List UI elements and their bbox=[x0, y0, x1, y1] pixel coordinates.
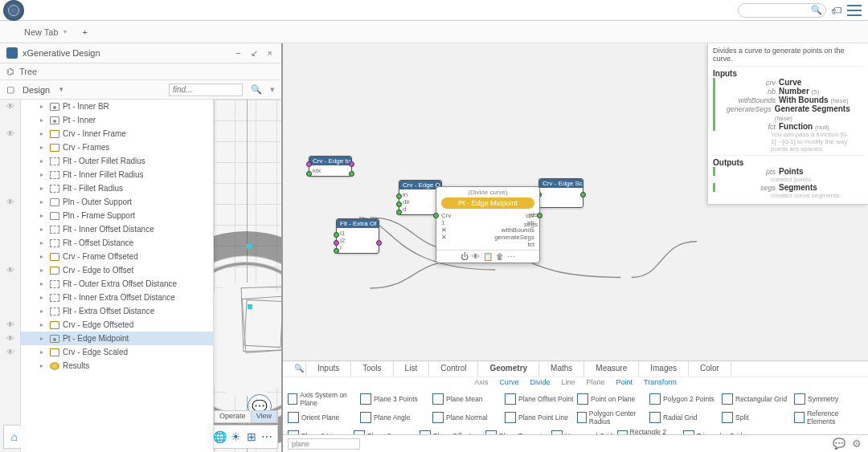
tree-item[interactable]: ▸Pt - Inner BR bbox=[21, 100, 213, 113]
tool-item[interactable]: Radial Grid bbox=[649, 409, 719, 426]
node-flt-extra-of[interactable]: Flt - Extra Of i1i2i bbox=[336, 218, 379, 254]
eye-icon[interactable]: 👁 bbox=[0, 100, 20, 113]
tool-item[interactable]: Rectangular Grid bbox=[722, 391, 791, 407]
tool-item[interactable]: Orient Plane bbox=[288, 409, 357, 426]
tag-icon[interactable]: 🏷 bbox=[831, 4, 842, 17]
find-search-icon[interactable]: 🔍 bbox=[251, 84, 262, 95]
grid2-icon[interactable]: ⊞ bbox=[244, 428, 258, 446]
eye-icon[interactable]: 👁 bbox=[0, 195, 20, 209]
tree-item[interactable]: ▸Flt - Extra Offset Distance bbox=[21, 304, 213, 318]
tab-add[interactable]: + bbox=[83, 27, 88, 37]
eye-icon[interactable]: 👁 bbox=[0, 127, 20, 140]
tree-item[interactable]: ▸Flt - Inner Offset Distance bbox=[21, 222, 213, 236]
power-icon[interactable]: ⏻ bbox=[461, 252, 469, 261]
cat-images[interactable]: Images bbox=[639, 361, 689, 377]
node-crv-edge-sc[interactable]: Crv - Edge Sc bbox=[538, 178, 583, 208]
sub-plane[interactable]: Plane bbox=[586, 378, 604, 388]
cat-search-icon[interactable]: 🔍 bbox=[283, 361, 306, 377]
tree-item[interactable]: ▸Pln - Frame Support bbox=[21, 209, 213, 222]
globe-icon[interactable]: 🌐 bbox=[212, 428, 227, 446]
cat-geometry[interactable]: Geometry bbox=[478, 361, 539, 377]
tool-item[interactable]: Polygon Center Radius bbox=[577, 409, 646, 426]
tree-item[interactable]: ▸Flt - Offset Distance bbox=[21, 236, 213, 250]
tree-item[interactable]: ▸Crv - Edge to Offset bbox=[21, 263, 213, 277]
more-icon[interactable]: ⋯ bbox=[507, 252, 515, 261]
eye-icon[interactable]: 👁 bbox=[0, 263, 20, 277]
cat-color[interactable]: Color bbox=[689, 361, 731, 377]
tree-list[interactable]: ▸Pt - Inner BR▸Pt - Inner▸Crv - Inner Fr… bbox=[21, 100, 214, 452]
cat-tools[interactable]: Tools bbox=[351, 361, 393, 377]
node-caption: (Divide curve) bbox=[436, 187, 539, 196]
footer-search-input[interactable] bbox=[288, 438, 360, 450]
tree-item[interactable]: ▸Flt - Outer Extra Offset Distance bbox=[21, 277, 213, 291]
tool-item[interactable]: Polygon 2 Points bbox=[649, 391, 719, 407]
sub-transform[interactable]: Transform bbox=[644, 378, 677, 388]
global-search-input[interactable]: 🔍 bbox=[738, 3, 826, 18]
tool-item[interactable]: Split bbox=[722, 409, 791, 426]
eye-icon[interactable]: 👁 bbox=[0, 332, 20, 345]
cat-inputs[interactable]: Inputs bbox=[306, 361, 351, 377]
minimize-button[interactable]: − bbox=[233, 48, 243, 58]
sub-divide[interactable]: Divide bbox=[530, 378, 550, 388]
sub-curve[interactable]: Curve bbox=[499, 378, 518, 388]
sub-point[interactable]: Point bbox=[616, 378, 633, 388]
help-description: Divides a curve to generate points on th… bbox=[713, 47, 863, 63]
tree-item[interactable]: ▸Crv - Edge Scaled bbox=[21, 345, 213, 359]
tree-item[interactable]: ▸Flt - Inner Fillet Radius bbox=[21, 168, 213, 181]
tab-new[interactable]: New Tab▾ bbox=[24, 27, 67, 37]
tool-item[interactable]: Plane Point Line bbox=[505, 409, 574, 426]
tree-item[interactable]: ▸Results bbox=[21, 359, 213, 373]
home-button[interactable]: ⌂ bbox=[7, 428, 21, 446]
cat-control[interactable]: Control bbox=[429, 361, 478, 377]
cat-measure[interactable]: Measure bbox=[584, 361, 639, 377]
tool-item[interactable]: Plane Mean bbox=[432, 391, 502, 407]
gear-icon[interactable]: ⚙ bbox=[850, 438, 863, 450]
tree-item[interactable]: ▸Pt - Inner bbox=[21, 113, 213, 127]
top-toolbar: 🔍 🏷 bbox=[0, 0, 868, 21]
eye-icon[interactable]: 👁 bbox=[472, 252, 480, 261]
menu-icon[interactable] bbox=[847, 5, 862, 16]
cat-list[interactable]: List bbox=[394, 361, 430, 377]
tree-item[interactable]: ▸Crv - Frame Offseted bbox=[21, 250, 213, 263]
ctx-operate[interactable]: Operate bbox=[215, 411, 252, 422]
tool-item[interactable]: Point on Plane bbox=[577, 391, 646, 407]
close-button[interactable]: × bbox=[265, 48, 275, 58]
filter-icon[interactable]: ▾ bbox=[270, 84, 275, 95]
eye-icon[interactable]: 👁 bbox=[0, 318, 20, 332]
sub-line[interactable]: Line bbox=[561, 378, 575, 388]
sun-icon[interactable]: ☀ bbox=[229, 428, 243, 446]
tree-item[interactable]: ▸Pln - Outer Support bbox=[21, 195, 213, 209]
node-divide-curve[interactable]: (Divide curve) Pt - Edge Midpoint Crvcrv… bbox=[436, 186, 540, 263]
tool-item[interactable]: Axis System on Plane bbox=[288, 391, 357, 407]
app-logo-icon[interactable] bbox=[3, 0, 24, 21]
tool-item[interactable]: Plane Normal bbox=[432, 409, 502, 426]
extras-icon[interactable]: ⋯ bbox=[260, 428, 274, 446]
tree-item[interactable]: ▸Flt - Inner Extra Offset Distance bbox=[21, 291, 213, 304]
graph-canvas[interactable]: Crv - Edge to idx Flt - Extra Of i1i2i C… bbox=[283, 43, 868, 360]
tool-item[interactable]: Plane 3 Points bbox=[360, 391, 429, 407]
cat-maths[interactable]: Maths bbox=[539, 361, 584, 377]
tree-bar: ⌬ Tree bbox=[0, 63, 281, 80]
tool-item[interactable]: Symmetry bbox=[794, 391, 863, 407]
tool-item[interactable]: Reference Elements bbox=[794, 409, 863, 426]
visibility-column: 👁👁 👁 👁 👁 👁 👁 bbox=[0, 100, 21, 452]
tree-item[interactable]: ▸Pt - Edge Midpoint bbox=[21, 332, 213, 345]
collapse-button[interactable]: ↙ bbox=[248, 48, 260, 59]
tree-item[interactable]: ▸Crv - Frames bbox=[21, 140, 213, 154]
tool-item[interactable]: Plane Angle bbox=[360, 409, 429, 426]
tool-item[interactable]: Plane Offset Point bbox=[505, 391, 574, 407]
chat-icon[interactable]: 💬 bbox=[833, 438, 845, 450]
copy-icon[interactable]: 📋 bbox=[483, 252, 493, 261]
tree-item[interactable]: ▸Crv - Inner Frame bbox=[21, 127, 213, 140]
sub-axis[interactable]: Axis bbox=[474, 378, 488, 388]
eye-icon[interactable]: 👁 bbox=[0, 345, 20, 359]
tree-item[interactable]: ▸Flt - Outer Fillet Radius bbox=[21, 154, 213, 168]
node-crv-edge-to[interactable]: Crv - Edge to idx bbox=[309, 156, 352, 177]
chevron-down-icon[interactable]: ▼ bbox=[58, 86, 64, 93]
tree-item[interactable]: ▸Crv - Edge Offseted bbox=[21, 318, 213, 332]
viewport-3d[interactable] bbox=[214, 100, 281, 452]
tree-item[interactable]: ▸Flt - Fillet Radius bbox=[21, 181, 213, 195]
ctx-view[interactable]: View bbox=[252, 411, 277, 422]
trash-icon[interactable]: 🗑 bbox=[496, 252, 504, 261]
find-input[interactable] bbox=[169, 83, 243, 96]
